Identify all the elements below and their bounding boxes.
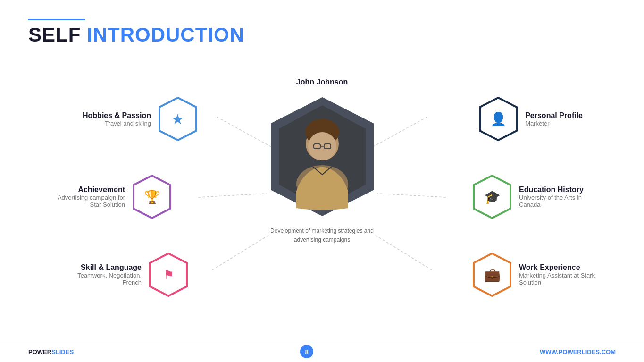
page-title: SELF INTRODUCTION [28,25,244,45]
center-photo-container [270,97,374,219]
achievement-trophy-icon: 🏆 [144,189,160,205]
skill-title: Skill & Language [66,263,142,272]
header: SELF INTRODUCTION [28,19,244,45]
hobbies-star-icon: ★ [171,111,184,127]
footer-brand-bold: POWER [28,348,51,355]
footer-brand-color: SLIDES [51,348,74,355]
profile-subtitle: Marketer [525,120,583,127]
education-title: Education History [519,185,602,194]
svg-line-1 [198,194,267,197]
center-hex-svg [270,97,374,217]
achievement-icon-container: 🏆 [133,175,171,219]
footer-page-number: 8 [300,345,313,358]
skill-subtitle: Teamwork, Negotiation, French [66,272,142,286]
profile-icon-container: 👤 [479,97,518,141]
achievement-text: Achievement Advertising campaign for Sta… [50,185,125,208]
footer-url: WWW.POWERLIDES.COM [540,348,616,355]
hobbies-text: Hobbies & Passion Travel and skiing [83,111,151,127]
work-item: Work Experience Marketing Assistant at S… [473,253,602,297]
education-item: Education History University of the Arts… [473,175,602,219]
hobbies-subtitle: Travel and skiing [83,120,151,127]
hobbies-item: Hobbies & Passion Travel and skiing ★ [83,97,197,141]
hobbies-title: Hobbies & Passion [83,111,151,120]
header-accent-line [28,19,85,20]
profile-text: Personal Profile Marketer [525,111,583,127]
achievement-title: Achievement [50,185,125,194]
work-text: Work Experience Marketing Assistant at S… [519,263,602,286]
work-briefcase-icon: 💼 [484,267,501,283]
title-blue-part: INTRODUCTION [81,24,244,46]
svg-line-0 [217,117,275,149]
profile-person-icon: 👤 [490,111,507,127]
person-name: John Johnson [296,78,348,86]
profile-item: Personal Profile Marketer 👤 [479,97,583,141]
work-subtitle: Marketing Assistant at Stark Solution [519,272,602,286]
work-title: Work Experience [519,263,602,272]
footer-brand: POWERSLIDES [28,348,74,355]
work-icon-container: 💼 [473,253,511,297]
title-bold-part: SELF [28,24,81,46]
hobbies-icon-container: ★ [159,97,197,141]
skill-flag-icon: ⚑ [163,268,174,282]
svg-line-4 [377,194,446,197]
center-description: Development of marketing strategies and … [270,227,374,244]
svg-line-3 [369,117,427,149]
skill-item: Skill & Language Teamwork, Negotiation, … [66,253,188,297]
skill-icon-container: ⚑ [149,253,188,297]
achievement-item: Achievement Advertising campaign for Sta… [50,175,171,219]
skill-text: Skill & Language Teamwork, Negotiation, … [66,263,142,286]
education-text: Education History University of the Arts… [519,185,602,208]
education-grad-icon: 🎓 [484,189,501,205]
footer: POWERSLIDES 8 WWW.POWERLIDES.COM [0,341,644,362]
profile-title: Personal Profile [525,111,583,120]
education-icon-container: 🎓 [473,175,511,219]
svg-line-5 [375,235,432,270]
achievement-subtitle: Advertising campaign for Star Solution [50,194,125,208]
education-subtitle: University of the Arts in Canada [519,194,602,208]
svg-line-2 [212,235,269,270]
